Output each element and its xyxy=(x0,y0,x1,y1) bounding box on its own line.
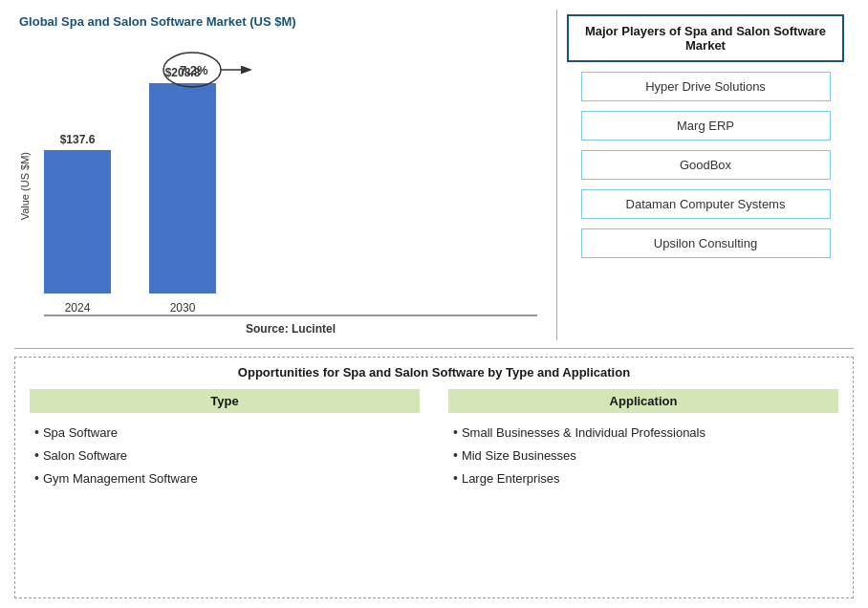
bullet-icon: • xyxy=(34,447,39,464)
player-item-1: Hyper Drive Solutions xyxy=(581,72,831,101)
application-header: Application xyxy=(448,389,838,413)
chart-title: Global Spa and Salon Software Market (US… xyxy=(19,14,547,29)
bars-area: $137.6 2024 $208.8 2030 xyxy=(34,36,547,315)
application-column: Application • Small Businesses & Individ… xyxy=(448,389,838,590)
annotation-svg: 7.2% xyxy=(159,46,254,98)
bullet-icon: • xyxy=(453,447,458,464)
type-column: Type • Spa Software • Salon Software • G… xyxy=(30,389,420,590)
bar-chart-container: $137.6 2024 $208.8 2030 xyxy=(34,36,547,336)
bar-group-2030: $208.8 2030 xyxy=(149,66,216,315)
app-item-2: • Mid Size Businesses xyxy=(448,447,838,465)
type-header: Type xyxy=(30,389,420,413)
app-item-text-3: Large Enterprises xyxy=(462,470,560,488)
chart-area: Global Spa and Salon Software Market (US… xyxy=(14,10,557,340)
type-item-text-2: Salon Software xyxy=(43,447,127,465)
opp-columns: Type • Spa Software • Salon Software • G… xyxy=(30,389,838,590)
source-text: Source: Lucintel xyxy=(34,322,547,336)
bullet-icon: • xyxy=(34,424,39,441)
players-area: Major Players of Spa and Salon Software … xyxy=(557,10,854,340)
annotation-area: 7.2% xyxy=(159,46,254,101)
main-container: Global Spa and Salon Software Market (US… xyxy=(0,0,868,608)
type-item-text-3: Gym Management Software xyxy=(43,470,198,488)
y-axis-label: Value (US $M) xyxy=(19,152,31,220)
bar-2024 xyxy=(44,150,111,293)
svg-text:7.2%: 7.2% xyxy=(180,63,208,77)
type-item-2: • Salon Software xyxy=(30,447,420,465)
bar-group-2024: $137.6 2024 xyxy=(44,133,111,315)
type-item-text-1: Spa Software xyxy=(43,424,118,442)
chart-inner: Value (US $M) $137.6 2024 $208.8 xyxy=(19,36,547,336)
type-item-1: • Spa Software xyxy=(30,424,420,442)
bar-label-2030: 2030 xyxy=(170,301,196,315)
player-item-3: GoodBox xyxy=(581,150,831,180)
x-axis-line xyxy=(44,315,537,316)
bar-value-2024: $137.6 xyxy=(60,133,96,146)
bullet-icon: • xyxy=(34,470,39,487)
bullet-icon: • xyxy=(453,424,458,441)
players-title: Major Players of Spa and Salon Software … xyxy=(567,14,844,62)
opportunities-title: Opportunities for Spa and Salon Software… xyxy=(30,365,838,380)
bottom-section: Opportunities for Spa and Salon Software… xyxy=(14,357,854,598)
player-item-5: Upsilon Consulting xyxy=(581,228,831,258)
app-item-1: • Small Businesses & Individual Professi… xyxy=(448,424,838,442)
bar-label-2024: 2024 xyxy=(65,301,91,315)
bullet-icon: • xyxy=(453,470,458,487)
app-item-3: • Large Enterprises xyxy=(448,470,838,488)
player-item-2: Marg ERP xyxy=(581,111,831,141)
bar-2030 xyxy=(149,83,216,293)
app-item-text-2: Mid Size Businesses xyxy=(462,447,576,465)
player-item-4: Dataman Computer Systems xyxy=(581,189,831,219)
app-item-text-1: Small Businesses & Individual Profession… xyxy=(462,424,705,442)
top-section: Global Spa and Salon Software Market (US… xyxy=(14,10,854,349)
type-item-3: • Gym Management Software xyxy=(30,470,420,488)
